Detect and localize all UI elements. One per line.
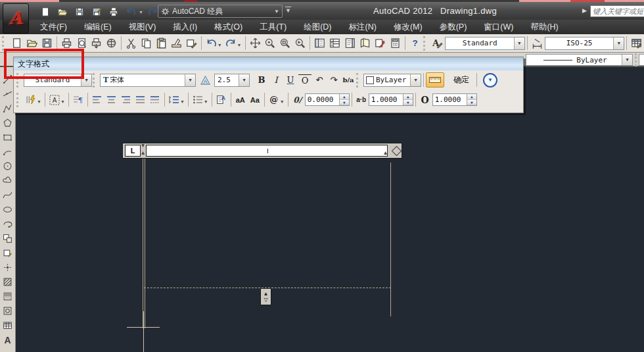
globe-icon[interactable] xyxy=(104,36,119,51)
xline-icon[interactable] xyxy=(1,86,14,101)
chevron-down-icon[interactable]: ▼ xyxy=(60,99,65,104)
saveas-icon[interactable] xyxy=(89,5,104,18)
menu-item-i[interactable]: 插入(I) xyxy=(164,20,206,34)
hatch-icon[interactable] xyxy=(1,274,14,289)
ok-button[interactable]: 确定 xyxy=(448,72,474,88)
toolbar-grip[interactable] xyxy=(423,36,428,51)
mkblock-icon[interactable] xyxy=(1,245,14,260)
annotative-icon[interactable]: A xyxy=(198,74,212,87)
mtext-justification-button[interactable]: A xyxy=(48,93,61,107)
numbering-button[interactable] xyxy=(191,93,204,107)
calc-icon[interactable] xyxy=(388,36,403,51)
copy-icon[interactable] xyxy=(139,36,154,51)
align-left-button[interactable] xyxy=(91,93,104,107)
spinner-buttons[interactable]: ▲▼ xyxy=(467,94,476,105)
align-right-button[interactable] xyxy=(120,93,133,107)
palettes-icon[interactable] xyxy=(342,36,357,51)
menu-item-d[interactable]: 绘图(D) xyxy=(295,20,340,34)
paragraph-button[interactable]: ¶ xyxy=(72,93,85,107)
cut-icon[interactable] xyxy=(124,36,139,51)
stack-button[interactable]: b/a xyxy=(342,74,355,87)
font-combo[interactable]: T 宋体 ▼ xyxy=(100,74,196,87)
chevron-down-icon[interactable]: ▼ xyxy=(239,74,249,86)
search-collapse-icon[interactable]: ▶ xyxy=(582,7,587,14)
mtext-ruler[interactable] xyxy=(146,145,388,157)
menu-item-f[interactable]: 文件(F) xyxy=(32,20,76,34)
chevron-down-icon[interactable]: ▼ xyxy=(514,38,524,49)
menu-item-w[interactable]: 窗口(W) xyxy=(475,20,522,34)
dcenter-icon[interactable] xyxy=(327,36,342,51)
symbol-button[interactable]: @ xyxy=(267,93,281,107)
zoomprev-icon[interactable] xyxy=(292,36,308,51)
menu-item-t[interactable]: 工具(T) xyxy=(251,20,295,34)
lowercase-button[interactable]: Aa xyxy=(248,93,262,107)
chevron-down-icon[interactable]: ▼ xyxy=(139,10,143,14)
help-icon[interactable]: ? xyxy=(407,36,423,51)
menu-item-p[interactable]: 参数(P) xyxy=(431,20,476,34)
pan-icon[interactable] xyxy=(248,36,263,51)
columns-button[interactable] xyxy=(24,93,37,107)
ruler-tab-style-button[interactable]: L xyxy=(125,145,141,157)
spinner-buttons[interactable]: ▲▼ xyxy=(339,94,349,105)
toolbar-overflow-button[interactable]: ▼ xyxy=(285,7,291,14)
save-icon[interactable] xyxy=(72,5,87,18)
earc-icon[interactable] xyxy=(1,216,14,231)
dialog-title-bar[interactable]: 文字格式 xyxy=(14,57,523,70)
menu-item-n[interactable]: 标注(N) xyxy=(340,20,385,34)
bold-button[interactable]: B xyxy=(255,74,268,87)
menu-item-m[interactable]: 修改(M) xyxy=(385,20,431,34)
ruler-first-line-indent-marker[interactable]: ▾ xyxy=(141,143,145,148)
chevron-down-icon[interactable]: ▼ xyxy=(218,43,222,47)
width-factor-spinner[interactable]: 1.0000 ▲▼ xyxy=(432,93,477,106)
column-height-grip[interactable]: ▲ ▽ xyxy=(260,288,271,305)
menu-item-v[interactable]: 视图(V) xyxy=(120,20,165,34)
matchprop-icon[interactable] xyxy=(169,36,184,51)
gradient-icon[interactable] xyxy=(1,289,14,303)
ellipse-icon[interactable] xyxy=(1,202,14,216)
align-center-button[interactable] xyxy=(105,93,118,107)
chevron-down-icon[interactable]: ▼ xyxy=(185,74,195,86)
plot-icon[interactable] xyxy=(106,5,121,18)
bedit-icon[interactable] xyxy=(184,36,199,51)
arc-icon[interactable] xyxy=(1,144,14,159)
markup-icon[interactable] xyxy=(373,36,388,51)
insert-field-button[interactable]: A xyxy=(215,93,228,107)
linetype-combo[interactable]: ByLayer ▼ xyxy=(526,54,633,66)
ruler-left-indent-marker[interactable]: ▴ xyxy=(141,150,145,155)
rect-icon[interactable] xyxy=(1,130,14,144)
table-style-icon[interactable] xyxy=(629,36,644,51)
chevron-down-icon[interactable]: ▼ xyxy=(237,43,242,47)
menu-item-e[interactable]: 编辑(E) xyxy=(76,20,120,34)
spline-icon[interactable] xyxy=(1,188,14,202)
zoomrt-icon[interactable] xyxy=(262,36,277,51)
zoomwin-icon[interactable] xyxy=(277,36,292,51)
insblock-icon[interactable] xyxy=(1,231,14,245)
text-height-combo[interactable]: 2.5 ▼ xyxy=(214,74,250,87)
mtext-icon[interactable]: A xyxy=(1,332,14,347)
text-style-icon[interactable]: A xyxy=(430,36,446,51)
new-icon[interactable] xyxy=(38,5,53,18)
align-justify-button[interactable] xyxy=(134,93,147,107)
chevron-down-icon[interactable]: ▼ xyxy=(613,38,624,49)
chevron-down-icon[interactable]: ▼ xyxy=(180,99,185,104)
italic-button[interactable]: I xyxy=(269,74,283,87)
uppercase-button[interactable]: aA xyxy=(234,93,247,107)
props-icon[interactable] xyxy=(312,36,327,51)
underline-button[interactable]: U xyxy=(284,74,297,87)
overline-button[interactable]: O xyxy=(298,74,311,86)
text-style-combo[interactable]: Standard▼ xyxy=(445,37,524,50)
toolbar-grip[interactable] xyxy=(356,73,361,88)
workspace-switcher[interactable]: AutoCAD 经典 ▼ xyxy=(158,5,283,18)
region-icon[interactable] xyxy=(1,303,14,318)
publish-icon[interactable] xyxy=(89,36,104,51)
chevron-down-icon[interactable]: ▼ xyxy=(622,55,632,65)
redo-icon[interactable] xyxy=(223,36,239,51)
menu-item-h[interactable]: 帮助(H) xyxy=(522,20,566,34)
undo-button[interactable]: ↶ xyxy=(313,74,326,87)
revcloud-icon[interactable] xyxy=(1,173,14,188)
redo-button[interactable]: ↷ xyxy=(327,74,340,87)
undo-icon[interactable] xyxy=(124,5,138,18)
text-color-combo[interactable]: ByLayer ▼ xyxy=(363,74,421,87)
circle-icon[interactable] xyxy=(1,159,14,173)
chevron-down-icon[interactable]: ▼ xyxy=(37,99,41,104)
